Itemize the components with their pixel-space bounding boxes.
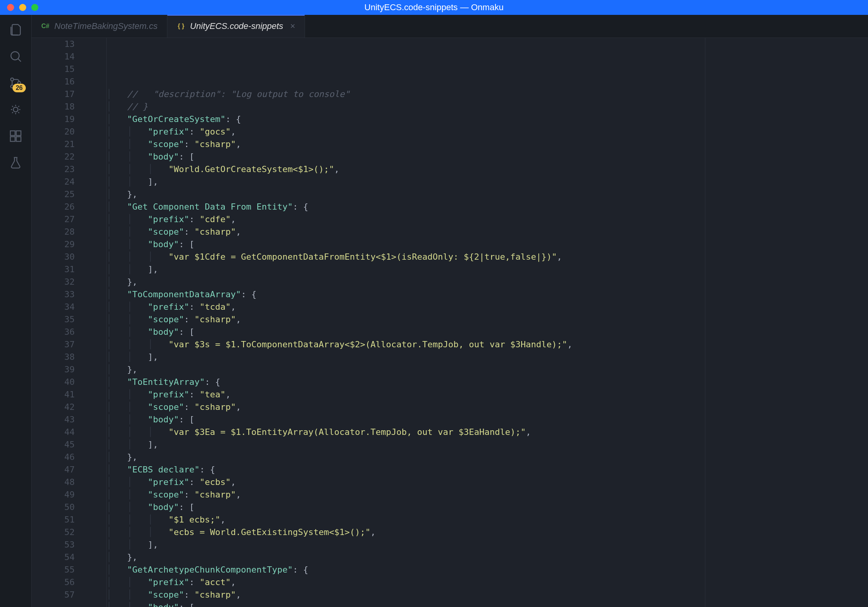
line-number: 15 — [32, 63, 75, 75]
line-number: 13 — [32, 38, 75, 50]
svg-line-1 — [18, 59, 21, 62]
code-line[interactable]: │ │ ], — [86, 539, 852, 551]
code-line[interactable]: │ │ "scope": "csharp", — [86, 226, 852, 238]
line-number: 14 — [32, 50, 75, 63]
svg-point-0 — [11, 52, 19, 60]
debug-icon[interactable] — [8, 102, 23, 117]
code-line[interactable]: │ │ "prefix": "tcda", — [86, 301, 852, 313]
tab-unityecs-code-snippets[interactable]: { }UnityECS.code-snippets× — [167, 15, 305, 38]
editor[interactable]: 1314151617181920212223242526272829303132… — [32, 38, 868, 607]
code-line[interactable]: │ │ "scope": "csharp", — [86, 401, 852, 413]
line-number: 16 — [32, 75, 75, 88]
code-line[interactable]: │ │ │ "var $1Cdfe = GetComponentDataFrom… — [86, 251, 852, 263]
line-number: 43 — [32, 413, 75, 426]
line-number: 19 — [32, 113, 75, 126]
line-number: 23 — [32, 163, 75, 176]
window-title: UnityECS.code-snippets — Onmaku — [0, 2, 868, 13]
code-line[interactable]: │ }, — [86, 451, 852, 463]
svg-rect-9 — [16, 131, 21, 136]
code-line[interactable]: │ │ "scope": "csharp", — [86, 138, 852, 151]
code-line[interactable]: │ │ "prefix": "cdfe", — [86, 213, 852, 226]
line-number: 27 — [32, 213, 75, 226]
code-line[interactable]: │ │ "prefix": "tea", — [86, 388, 852, 401]
code-line[interactable]: │ │ │ "var $3Ea = $1.ToEntityArray(Alloc… — [86, 426, 852, 438]
code-line[interactable]: │ │ "scope": "csharp", — [86, 589, 852, 601]
line-number: 25 — [32, 188, 75, 201]
code-line[interactable]: │ │ │ "$1 ecbs;", — [86, 514, 852, 526]
code-line[interactable]: │ │ "body": [ — [86, 326, 852, 338]
code-line[interactable]: │ │ "body": [ — [86, 601, 852, 607]
line-number: 33 — [32, 288, 75, 301]
code-line[interactable]: │ │ │ "var $3s = $1.ToComponentDataArray… — [86, 338, 852, 351]
window-controls — [7, 4, 38, 11]
code-line[interactable]: │ }, — [86, 188, 852, 201]
minimize-window-button[interactable] — [19, 4, 26, 11]
column-ruler — [705, 38, 705, 607]
vertical-scrollbar[interactable] — [860, 38, 868, 607]
close-tab-icon[interactable]: × — [290, 21, 295, 31]
code-line[interactable]: │ "GetArchetypeChunkComponentType": { — [86, 564, 852, 576]
code-line[interactable]: │ │ "prefix": "gocs", — [86, 126, 852, 138]
line-number: 32 — [32, 276, 75, 288]
tab-label: NoteTimeBakingSystem.cs — [54, 21, 158, 31]
line-number: 38 — [32, 351, 75, 363]
svg-rect-6 — [11, 131, 15, 136]
code-line[interactable]: │ │ │ "ecbs = World.GetExistingSystem<$1… — [86, 526, 852, 539]
line-number: 53 — [32, 539, 75, 551]
code-line[interactable]: │ "ECBS declare": { — [86, 463, 852, 476]
extensions-icon[interactable] — [8, 128, 23, 144]
svg-point-2 — [11, 78, 14, 81]
code-line[interactable]: │ │ "scope": "csharp", — [86, 313, 852, 326]
titlebar[interactable]: UnityECS.code-snippets — Onmaku — [0, 0, 868, 15]
zoom-window-button[interactable] — [31, 4, 38, 11]
code-line[interactable]: │ "GetOrCreateSystem": { — [86, 113, 852, 126]
line-number: 26 — [32, 201, 75, 213]
code-line[interactable]: │ │ │ "World.GetOrCreateSystem<$1>();", — [86, 163, 852, 176]
code-line[interactable]: │ │ "body": [ — [86, 151, 852, 163]
files-icon[interactable] — [8, 22, 23, 38]
svg-rect-7 — [11, 137, 15, 142]
line-number: 17 — [32, 88, 75, 101]
tab-notetimebakingsystem-cs[interactable]: C#NoteTimeBakingSystem.cs — [32, 15, 167, 38]
code-line[interactable]: │ // } — [86, 101, 852, 113]
beaker-icon[interactable] — [8, 155, 23, 171]
code-line[interactable]: │ │ "prefix": "acct", — [86, 576, 852, 589]
tab-label: UnityECS.code-snippets — [190, 21, 283, 31]
line-number: 56 — [32, 576, 75, 589]
code-line[interactable]: │ "Get Component Data From Entity": { — [86, 201, 852, 213]
code-line[interactable]: │ │ ], — [86, 438, 852, 451]
code-line[interactable]: │ │ "body": [ — [86, 501, 852, 514]
code-area[interactable]: │ // "description": "Log output to conso… — [86, 38, 860, 607]
code-line[interactable]: │ │ ], — [86, 176, 852, 188]
line-number: 44 — [32, 426, 75, 438]
tab-bar: C#NoteTimeBakingSystem.cs{ }UnityECS.cod… — [32, 15, 868, 38]
line-number: 54 — [32, 551, 75, 564]
code-line[interactable]: │ }, — [86, 276, 852, 288]
line-number: 39 — [32, 363, 75, 376]
code-line[interactable]: │ "ToComponentDataArray": { — [86, 288, 852, 301]
line-number: 29 — [32, 238, 75, 251]
line-number: 18 — [32, 101, 75, 113]
code-line[interactable]: │ // "description": "Log output to conso… — [86, 88, 852, 101]
editor-group: C#NoteTimeBakingSystem.cs{ }UnityECS.cod… — [32, 15, 868, 607]
code-line[interactable]: │ }, — [86, 363, 852, 376]
line-number: 45 — [32, 438, 75, 451]
code-line[interactable]: │ │ "body": [ — [86, 413, 852, 426]
code-line[interactable]: │ "ToEntityArray": { — [86, 376, 852, 388]
code-line[interactable]: │ │ "prefix": "ecbs", — [86, 476, 852, 488]
line-number: 35 — [32, 313, 75, 326]
code-line[interactable]: │ }, — [86, 551, 852, 564]
code-line[interactable]: │ │ ], — [86, 263, 852, 276]
source-control-icon[interactable]: 26 — [8, 75, 23, 91]
window-body: 26 C#NoteTimeBakingSystem.cs{ }UnityECS.… — [0, 15, 868, 607]
close-window-button[interactable] — [7, 4, 14, 11]
line-number: 36 — [32, 326, 75, 338]
activity-bar: 26 — [0, 15, 32, 607]
svg-rect-8 — [16, 137, 21, 142]
code-line[interactable]: │ │ "scope": "csharp", — [86, 488, 852, 501]
search-icon[interactable] — [8, 48, 23, 64]
code-line[interactable]: │ │ ], — [86, 351, 852, 363]
line-number: 41 — [32, 388, 75, 401]
code-line[interactable]: │ │ "body": [ — [86, 238, 852, 251]
line-number-gutter: 1314151617181920212223242526272829303132… — [32, 38, 86, 607]
